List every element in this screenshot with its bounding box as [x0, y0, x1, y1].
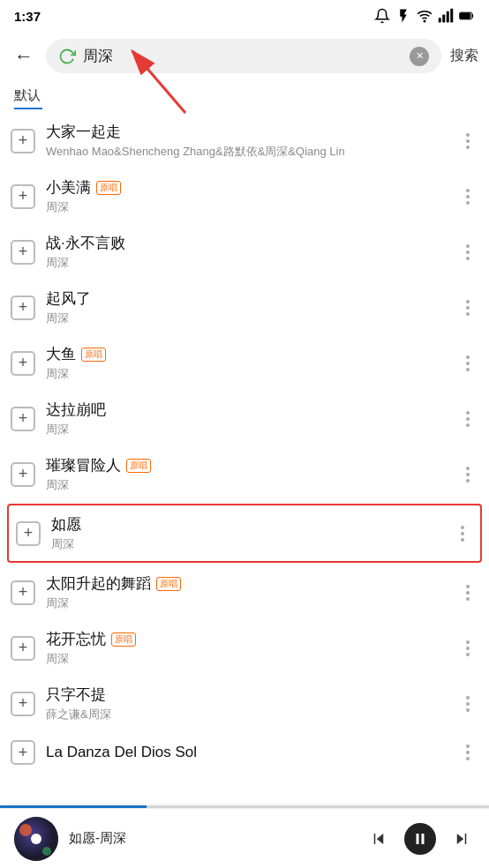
song-info-5: 大鱼原唱周深	[46, 344, 447, 382]
back-button[interactable]: ←	[11, 45, 37, 68]
song-item-5[interactable]: +大鱼原唱周深	[0, 335, 489, 391]
song-info-8: 如愿周深	[51, 514, 441, 552]
add-song-button-2[interactable]: +	[11, 184, 35, 209]
song-title-11: 只字不提	[46, 685, 106, 705]
song-title-4: 起风了	[46, 288, 91, 309]
song-artist-1: Wenhao Mao&Shencheng Zhang&路默依&周深&Qiang …	[46, 144, 447, 160]
player-controls	[365, 823, 475, 855]
song-badge-5: 原唱	[81, 348, 106, 362]
song-title-row-5: 大鱼原唱	[46, 344, 447, 364]
song-title-3: 战·永不言败	[46, 233, 125, 253]
add-song-button-12[interactable]: +	[11, 740, 35, 765]
song-item-6[interactable]: +达拉崩吧周深	[0, 391, 489, 446]
song-artist-11: 薛之谦&周深	[46, 707, 447, 722]
song-artist-3: 周深	[46, 255, 447, 271]
more-button-11[interactable]	[457, 692, 478, 715]
search-button[interactable]: 搜索	[450, 47, 478, 65]
more-button-1[interactable]	[457, 130, 478, 153]
more-button-3[interactable]	[457, 241, 478, 264]
player-title: 如愿-周深	[69, 830, 355, 847]
song-info-6: 达拉崩吧周深	[46, 400, 447, 438]
song-title-row-4: 起风了	[46, 288, 447, 309]
add-song-button-10[interactable]: +	[11, 636, 35, 661]
search-input-text[interactable]: 周深	[83, 46, 402, 66]
song-title-row-3: 战·永不言败	[46, 233, 447, 253]
song-artist-8: 周深	[51, 536, 441, 552]
prev-button[interactable]	[365, 826, 392, 852]
song-artist-5: 周深	[46, 366, 447, 382]
svg-rect-1	[439, 18, 441, 22]
more-button-8[interactable]	[452, 522, 473, 545]
song-item-8[interactable]: +如愿周深	[7, 504, 482, 563]
song-item-2[interactable]: +小美满原唱周深	[0, 168, 489, 224]
song-info-3: 战·永不言败周深	[46, 233, 447, 271]
more-button-12[interactable]	[457, 741, 478, 764]
add-song-button-7[interactable]: +	[11, 462, 35, 487]
charging-icon	[395, 8, 411, 24]
more-button-10[interactable]	[457, 637, 478, 660]
svg-rect-9	[417, 834, 419, 844]
add-song-button-1[interactable]: +	[11, 129, 35, 153]
song-title-row-10: 花开忘忧原唱	[46, 629, 447, 649]
song-title-row-6: 达拉崩吧	[46, 400, 447, 420]
section-label: 默认	[0, 80, 489, 108]
song-title-row-8: 如愿	[51, 514, 441, 535]
svg-rect-3	[447, 11, 449, 23]
add-song-button-5[interactable]: +	[11, 351, 35, 376]
song-title-10: 花开忘忧	[46, 629, 106, 649]
song-info-7: 璀璨冒险人原唱周深	[46, 455, 447, 493]
song-item-4[interactable]: +起风了周深	[0, 280, 489, 335]
song-artist-9: 周深	[46, 595, 447, 611]
more-button-7[interactable]	[457, 463, 478, 486]
next-button[interactable]	[448, 826, 475, 852]
song-artist-6: 周深	[46, 422, 447, 438]
more-button-5[interactable]	[457, 352, 478, 375]
song-item-10[interactable]: +花开忘忧原唱周深	[0, 620, 489, 676]
search-row: ← 周深 搜索	[0, 32, 489, 80]
add-song-button-4[interactable]: +	[11, 296, 35, 320]
status-icons	[374, 8, 475, 24]
song-item-7[interactable]: +璀璨冒险人原唱周深	[0, 446, 489, 502]
song-info-1: 大家一起走Wenhao Mao&Shencheng Zhang&路默依&周深&Q…	[46, 122, 447, 160]
more-button-9[interactable]	[457, 581, 478, 604]
song-badge-10: 原唱	[111, 632, 136, 647]
song-info-9: 太阳升起的舞蹈原唱周深	[46, 573, 447, 611]
song-info-4: 起风了周深	[46, 288, 447, 326]
song-title-row-2: 小美满原唱	[46, 177, 447, 198]
clear-button[interactable]	[410, 47, 429, 66]
search-refresh-icon	[58, 48, 76, 65]
notification-icon	[374, 8, 390, 24]
section-underline	[14, 108, 42, 109]
song-title-9: 太阳升起的舞蹈	[46, 573, 151, 594]
song-title-1: 大家一起走	[46, 122, 121, 142]
song-item-3[interactable]: +战·永不言败周深	[0, 224, 489, 280]
song-badge-9: 原唱	[156, 577, 181, 591]
song-item-12[interactable]: +La Danza Del Dios Sol	[0, 731, 489, 774]
song-item-11[interactable]: +只字不提薛之谦&周深	[0, 676, 489, 731]
status-time: 1:37	[14, 9, 41, 24]
search-box[interactable]: 周深	[46, 39, 441, 73]
song-title-12: La Danza Del Dios Sol	[46, 744, 197, 761]
song-title-row-9: 太阳升起的舞蹈原唱	[46, 573, 447, 594]
add-song-button-6[interactable]: +	[11, 407, 35, 431]
add-song-button-9[interactable]: +	[11, 580, 35, 605]
song-item-1[interactable]: +大家一起走Wenhao Mao&Shencheng Zhang&路默依&周深&…	[0, 113, 489, 168]
svg-rect-6	[460, 13, 470, 19]
svg-rect-10	[422, 834, 425, 844]
add-song-button-11[interactable]: +	[11, 692, 35, 716]
album-art-image	[14, 817, 58, 861]
wifi-icon	[417, 8, 433, 24]
add-song-button-3[interactable]: +	[11, 240, 35, 265]
play-pause-button[interactable]	[404, 823, 436, 855]
more-button-2[interactable]	[457, 185, 478, 208]
more-button-4[interactable]	[457, 296, 478, 319]
song-list: +大家一起走Wenhao Mao&Shencheng Zhang&路默依&周深&…	[0, 113, 489, 774]
add-song-button-8[interactable]: +	[16, 521, 41, 546]
song-badge-2: 原唱	[96, 181, 121, 195]
more-button-6[interactable]	[457, 408, 478, 430]
song-artist-10: 周深	[46, 651, 447, 667]
song-title-2: 小美满	[46, 177, 91, 198]
song-item-9[interactable]: +太阳升起的舞蹈原唱周深	[0, 565, 489, 620]
album-art[interactable]	[14, 817, 58, 861]
song-info-11: 只字不提薛之谦&周深	[46, 685, 447, 722]
